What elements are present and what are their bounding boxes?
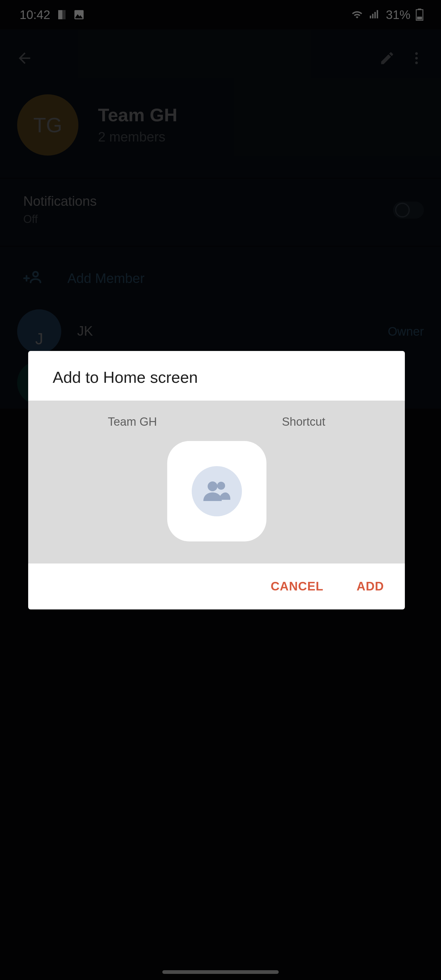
svg-point-18 — [217, 482, 225, 490]
shortcut-preview-tile — [167, 441, 266, 541]
add-to-home-dialog: Add to Home screen Team GH Shortcut CANC… — [28, 351, 405, 609]
svg-point-17 — [207, 481, 217, 491]
dialog-actions: CANCEL ADD — [28, 563, 405, 609]
preview-name-label: Team GH — [108, 415, 157, 429]
cancel-button[interactable]: CANCEL — [271, 579, 324, 593]
shortcut-preview-icon — [191, 466, 242, 516]
preview-shortcut-label: Shortcut — [282, 415, 325, 429]
dialog-title: Add to Home screen — [28, 351, 405, 401]
dialog-body: Team GH Shortcut — [28, 401, 405, 563]
gesture-nav-bar[interactable] — [162, 970, 279, 974]
add-button[interactable]: ADD — [357, 579, 384, 593]
